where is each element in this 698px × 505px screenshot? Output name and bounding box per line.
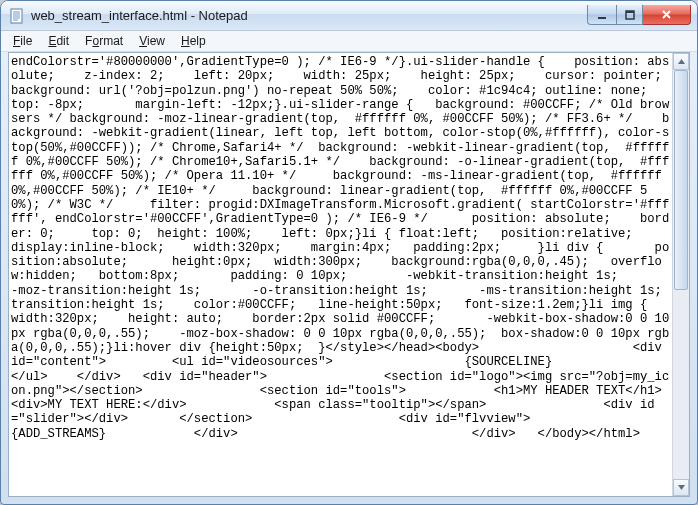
menu-bar: File Edit Format View Help	[1, 31, 697, 52]
scroll-down-button[interactable]	[673, 479, 689, 496]
notepad-window: web_stream_interface.html - Notepad File…	[0, 0, 698, 505]
close-button[interactable]	[643, 5, 691, 25]
menu-file[interactable]: File	[5, 32, 40, 50]
menu-edit[interactable]: Edit	[40, 32, 77, 50]
title-bar[interactable]: web_stream_interface.html - Notepad	[1, 1, 697, 31]
scroll-thumb[interactable]	[674, 70, 688, 290]
minimize-button[interactable]	[587, 5, 616, 25]
window-controls	[587, 6, 691, 25]
menu-view[interactable]: View	[131, 32, 173, 50]
menu-format[interactable]: Format	[77, 32, 131, 50]
vertical-scrollbar[interactable]	[672, 53, 689, 496]
window-title: web_stream_interface.html - Notepad	[31, 8, 587, 23]
editor-text-area[interactable]: endColorstr='#80000000',GradientType=0 )…	[9, 53, 672, 496]
svg-rect-8	[626, 11, 634, 13]
menu-help[interactable]: Help	[173, 32, 214, 50]
maximize-button[interactable]	[616, 5, 643, 25]
scroll-up-button[interactable]	[673, 53, 689, 70]
svg-rect-6	[598, 17, 606, 19]
editor-client-area: endColorstr='#80000000',GradientType=0 )…	[8, 52, 690, 497]
notepad-app-icon	[9, 8, 25, 24]
scroll-track[interactable]	[673, 70, 689, 479]
client-wrapper: endColorstr='#80000000',GradientType=0 )…	[1, 52, 697, 504]
